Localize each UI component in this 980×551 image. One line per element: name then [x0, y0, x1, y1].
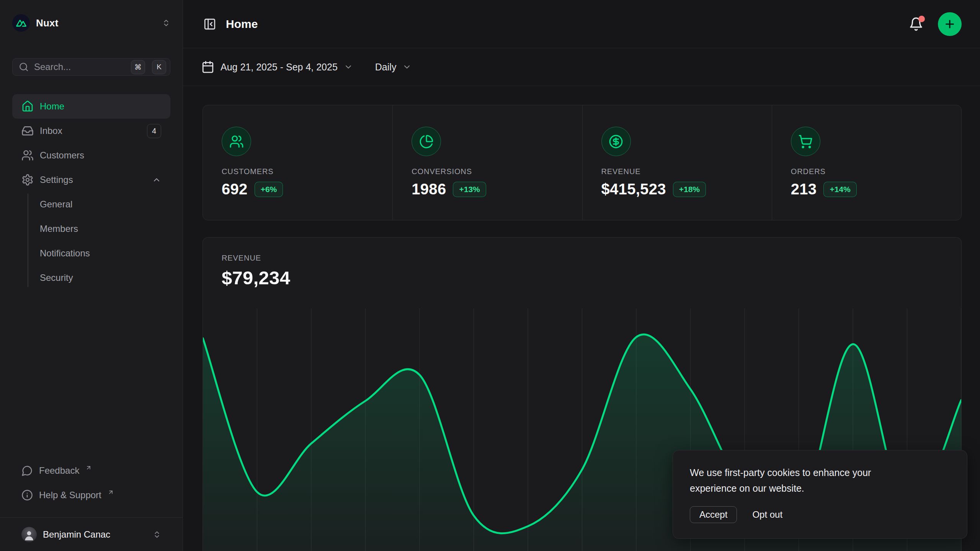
add-button[interactable]	[938, 12, 962, 36]
calendar-icon	[201, 60, 214, 73]
stat-card-orders[interactable]: ORDERS 213 +14%	[772, 105, 961, 220]
stat-delta-badge: +14%	[823, 182, 856, 197]
stat-icon-circle	[412, 127, 441, 156]
sidebar-item-label: Settings	[40, 174, 73, 185]
sidebar-item-home[interactable]: Home	[12, 94, 170, 119]
team-switcher[interactable]: Nuxt	[12, 11, 170, 35]
sidebar-item-label: Inbox	[40, 126, 62, 136]
stat-label: CUSTOMERS	[222, 167, 392, 176]
chevron-down-icon	[402, 62, 412, 72]
chevrons-up-down-icon	[162, 19, 170, 27]
cookie-banner: We use first-party cookies to enhance yo…	[673, 450, 967, 539]
users-icon	[21, 149, 34, 161]
info-circle-icon	[21, 489, 33, 501]
chevron-down-icon	[344, 62, 353, 72]
sidebar-item-members[interactable]: Members	[12, 217, 170, 241]
house-icon	[21, 100, 34, 112]
avatar	[21, 527, 37, 542]
stat-delta-badge: +6%	[255, 182, 283, 197]
shopping-cart-icon	[798, 134, 813, 149]
external-link-icon	[108, 489, 114, 496]
inbox-count-badge: 4	[147, 124, 161, 138]
gear-icon	[21, 174, 34, 186]
sidebar-item-general[interactable]: General	[12, 192, 170, 217]
app-root: Nuxt Search... ⌘ K Home Inbox 4 Customer…	[0, 0, 980, 551]
sidebar-item-customers[interactable]: Customers	[12, 143, 170, 168]
help-support-label: Help & Support	[39, 490, 101, 500]
stat-label: ORDERS	[791, 167, 961, 176]
kbd-command: ⌘	[131, 60, 145, 74]
stat-delta-badge: +13%	[453, 182, 486, 197]
sidebar-item-label: Customers	[40, 150, 84, 161]
sidebar-footer: Feedback Help & Support Benjamin Canac	[12, 458, 170, 551]
sidebar-item-notifications[interactable]: Notifications	[12, 241, 170, 266]
sidebar-item-security[interactable]: Security	[12, 266, 170, 290]
cookie-message-line2: experience on our website.	[690, 481, 950, 496]
stat-card-conversions[interactable]: CONVERSIONS 1986 +13%	[392, 105, 582, 220]
stat-value: $415,523	[601, 181, 666, 198]
inbox-icon	[21, 125, 34, 137]
message-circle-icon	[21, 465, 33, 476]
stat-label: CONVERSIONS	[412, 167, 582, 176]
panel-left-close-icon	[203, 18, 216, 31]
date-range-value: Aug 21, 2025 - Sep 4, 2025	[220, 62, 338, 73]
optout-cookies-button[interactable]: Opt out	[752, 509, 782, 520]
plus-icon	[944, 18, 956, 30]
revenue-chart-label: REVENUE	[222, 254, 942, 262]
sidebar: Nuxt Search... ⌘ K Home Inbox 4 Customer…	[0, 0, 183, 551]
stat-card-customers[interactable]: CUSTOMERS 692 +6%	[203, 105, 392, 220]
stat-value: 1986	[412, 181, 446, 198]
users-icon	[229, 134, 244, 149]
stat-value: 692	[222, 181, 248, 198]
help-support-link[interactable]: Help & Support	[12, 483, 170, 507]
page-header: Home	[183, 0, 980, 48]
kbd-k: K	[152, 60, 166, 74]
stat-icon-circle	[601, 127, 631, 156]
granularity-select[interactable]: Daily	[375, 62, 412, 73]
search-icon	[19, 62, 29, 72]
granularity-value: Daily	[375, 62, 397, 73]
collapse-sidebar-button[interactable]	[201, 16, 218, 33]
stat-delta-badge: +18%	[673, 182, 706, 197]
search-placeholder: Search...	[34, 62, 126, 72]
stat-value: 213	[791, 181, 817, 198]
user-menu-button[interactable]: Benjamin Canac	[12, 518, 170, 551]
user-name: Benjamin Canac	[43, 529, 110, 540]
sidebar-item-inbox[interactable]: Inbox 4	[12, 119, 170, 143]
revenue-chart-total: $79,234	[222, 267, 942, 289]
search-input[interactable]: Search... ⌘ K	[12, 58, 170, 76]
feedback-label: Feedback	[39, 465, 79, 476]
feedback-link[interactable]: Feedback	[12, 458, 170, 483]
stats-row: CUSTOMERS 692 +6% CONVERSIONS 1986 +13%	[203, 105, 962, 220]
chevrons-up-down-icon	[153, 530, 161, 539]
chevron-up-icon	[152, 175, 161, 184]
cookie-message-line1: We use first-party cookies to enhance yo…	[690, 465, 950, 481]
stat-label: REVENUE	[601, 167, 772, 176]
stat-icon-circle	[791, 127, 820, 156]
filters-toolbar: Aug 21, 2025 - Sep 4, 2025 Daily	[183, 48, 980, 86]
notifications-button[interactable]	[909, 17, 923, 31]
date-range-picker[interactable]: Aug 21, 2025 - Sep 4, 2025	[201, 60, 353, 73]
stat-icon-circle	[222, 127, 251, 156]
notification-dot	[918, 16, 925, 22]
dollar-circle-icon	[609, 134, 623, 149]
sidebar-item-label: Home	[40, 101, 64, 112]
nuxt-logo-icon	[12, 14, 30, 32]
accept-cookies-button[interactable]: Accept	[690, 506, 737, 523]
sidebar-nav: Home Inbox 4 Customers Settings General …	[12, 94, 170, 290]
page-title: Home	[226, 18, 258, 31]
sidebar-item-settings[interactable]: Settings	[12, 168, 170, 192]
pie-chart-icon	[419, 134, 434, 149]
stat-card-revenue[interactable]: REVENUE $415,523 +18%	[582, 105, 772, 220]
settings-subnav: General Members Notifications Security	[12, 192, 170, 290]
brand-name: Nuxt	[36, 17, 59, 29]
external-link-icon	[85, 465, 92, 471]
